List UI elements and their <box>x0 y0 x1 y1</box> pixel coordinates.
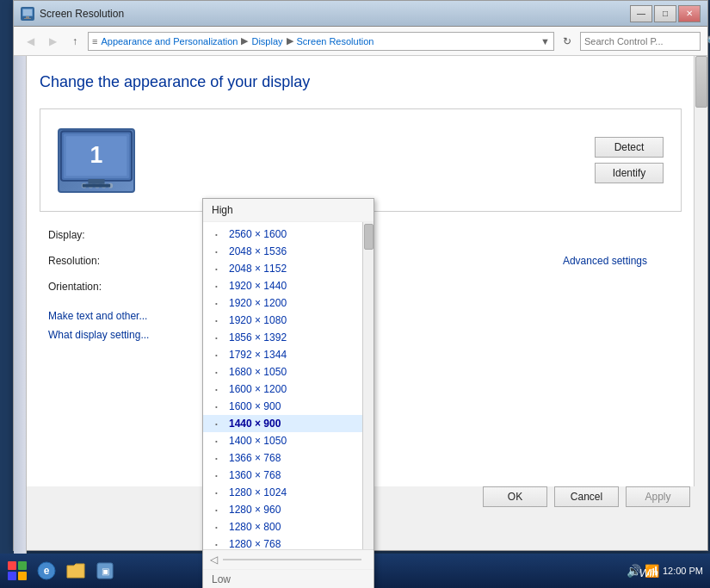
minimize-button[interactable]: — <box>630 5 652 22</box>
address-dropdown-arrow[interactable]: ▼ <box>540 36 550 46</box>
svg-rect-1 <box>23 9 32 15</box>
bullet-icon: • <box>215 506 218 514</box>
breadcrumb-display[interactable]: Display <box>251 36 282 46</box>
resolution-text: 1366 × 768 <box>229 452 281 464</box>
resolution-item[interactable]: •1600 × 1200 <box>203 381 374 398</box>
bottom-buttons: OK Cancel Apply <box>483 486 690 507</box>
resolution-item[interactable]: •1680 × 1050 <box>203 363 374 381</box>
taskbar-left: e ▣ <box>0 557 122 585</box>
svg-text:1: 1 <box>90 141 103 167</box>
page-title: Change the appearance of your display <box>40 73 682 91</box>
resolution-item[interactable]: •1280 × 800 <box>203 518 374 535</box>
back-button[interactable]: ◀ <box>21 32 40 51</box>
identify-button[interactable]: Identify <box>595 163 664 183</box>
dropdown-footer: Low <box>203 569 374 588</box>
resolution-text: 1280 × 1024 <box>229 486 287 498</box>
taskbar-extra-icon[interactable]: ▣ <box>91 557 119 585</box>
dropdown-header: High <box>203 199 374 222</box>
svg-rect-13 <box>88 179 104 184</box>
resolution-text: 2560 × 1600 <box>229 228 287 240</box>
svg-rect-14 <box>83 183 110 187</box>
svg-rect-16 <box>18 561 27 570</box>
search-input[interactable] <box>584 36 703 46</box>
resolution-text: 1920 × 1080 <box>229 314 287 326</box>
bullet-icon: • <box>215 300 218 307</box>
up-button[interactable]: ↑ <box>65 32 84 51</box>
resolution-item[interactable]: •2048 × 1152 <box>203 260 374 277</box>
bullet-icon: • <box>215 489 218 497</box>
resolution-list: •2560 × 1600•2048 × 1536•2048 × 1152•192… <box>203 226 374 549</box>
dropdown-scroll-thumb[interactable] <box>364 224 374 250</box>
resolution-item[interactable]: •1440 × 900 <box>203 415 374 432</box>
resolution-item[interactable]: •1600 × 900 <box>203 398 374 415</box>
monitor-display-icon: 1 <box>58 128 135 193</box>
breadcrumb-appearance[interactable]: Appearance and Personalization <box>101 36 238 46</box>
forward-button[interactable]: ▶ <box>43 32 62 51</box>
bullet-icon: • <box>215 282 218 290</box>
refresh-button[interactable]: ↻ <box>558 32 577 51</box>
address-field[interactable]: ≡ Appearance and Personalization ▶ Displ… <box>88 32 554 51</box>
bullet-icon: • <box>215 231 218 238</box>
resolution-item[interactable]: •1920 × 1200 <box>203 294 374 312</box>
detect-button[interactable]: Detect <box>595 137 664 158</box>
ok-button[interactable]: OK <box>483 486 547 507</box>
bullet-icon: • <box>215 523 218 531</box>
resolution-item[interactable]: •1280 × 768 <box>203 535 374 549</box>
resolution-item[interactable]: •2560 × 1600 <box>203 226 374 243</box>
resolution-text: 1920 × 1200 <box>229 297 287 309</box>
search-icon: 🔍 <box>707 35 710 47</box>
bullet-icon: • <box>215 351 218 359</box>
bullet-icon: • <box>215 541 218 548</box>
svg-text:e: e <box>44 565 50 577</box>
resolution-item[interactable]: •1856 × 1392 <box>203 329 374 346</box>
dropdown-scrollbar[interactable] <box>362 222 374 549</box>
slider-left-arrow[interactable]: ◁ <box>210 554 218 566</box>
resolution-text: 2048 × 1536 <box>229 245 287 257</box>
maximize-button[interactable]: □ <box>654 5 676 22</box>
bullet-icon: • <box>215 403 218 411</box>
bullet-icon: • <box>215 317 218 325</box>
scroll-thumb[interactable] <box>695 56 707 108</box>
bullet-icon: • <box>215 248 218 256</box>
scrollbar[interactable] <box>694 56 707 486</box>
window-icon <box>21 7 34 21</box>
left-edge <box>14 56 27 555</box>
cancel-button[interactable]: Cancel <box>554 486 619 507</box>
svg-rect-18 <box>18 572 27 580</box>
start-button[interactable] <box>3 557 31 585</box>
svg-rect-17 <box>8 572 16 580</box>
apply-button[interactable]: Apply <box>626 486 690 507</box>
resolution-dropdown: High •2560 × 1600•2048 × 1536•2048 × 115… <box>202 198 374 588</box>
resolution-item[interactable]: •1366 × 768 <box>203 449 374 467</box>
resolution-item[interactable]: •2048 × 1536 <box>203 243 374 260</box>
window-controls: — □ ✕ <box>630 5 701 22</box>
display-label: Display: <box>48 229 143 241</box>
resolution-item[interactable]: •1280 × 960 <box>203 501 374 518</box>
resolution-item[interactable]: •1920 × 1080 <box>203 312 374 329</box>
svg-text:▣: ▣ <box>102 566 109 576</box>
resolution-text: 1856 × 1392 <box>229 331 287 344</box>
search-box[interactable]: 🔍 <box>580 32 701 51</box>
bullet-icon: • <box>215 368 218 376</box>
resolution-item[interactable]: •1400 × 1050 <box>203 432 374 449</box>
resolution-text: 1792 × 1344 <box>229 349 287 361</box>
breadcrumb-screen-resolution[interactable]: Screen Resolution <box>297 36 374 46</box>
dropdown-scroll-area[interactable]: •2560 × 1600•2048 × 1536•2048 × 1152•192… <box>203 222 374 549</box>
display-panel: 1 Detect Identify <box>40 108 682 212</box>
resolution-text: 1600 × 900 <box>229 400 281 412</box>
resolution-text: 1400 × 1050 <box>229 435 287 447</box>
close-button[interactable]: ✕ <box>678 5 701 22</box>
resolution-item[interactable]: •1280 × 1024 <box>203 484 374 501</box>
bullet-icon: • <box>215 455 218 462</box>
orientation-label: Orientation: <box>48 281 143 293</box>
resolution-item[interactable]: •1792 × 1344 <box>203 346 374 363</box>
window-title: Screen Resolution <box>40 8 630 20</box>
taskbar-ie-icon[interactable]: e <box>33 557 60 585</box>
resolution-item[interactable]: •1920 × 1440 <box>203 277 374 294</box>
resolution-text: 1360 × 768 <box>229 469 281 481</box>
resolution-item[interactable]: •1360 × 768 <box>203 467 374 484</box>
advanced-settings-link[interactable]: Advanced settings <box>563 255 647 267</box>
taskbar-folder-icon[interactable] <box>62 557 90 585</box>
resolution-text: 1280 × 768 <box>229 538 281 549</box>
resolution-text: 1440 × 900 <box>229 418 281 430</box>
